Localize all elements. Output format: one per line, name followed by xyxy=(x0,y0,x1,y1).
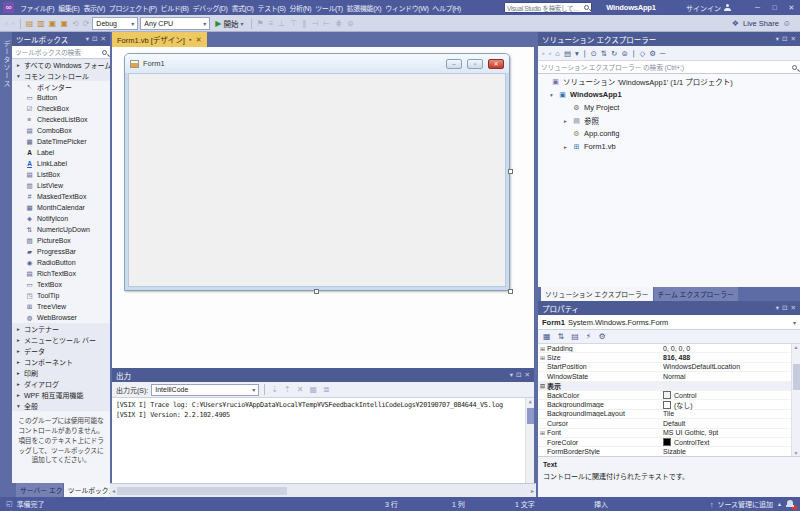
toolbox-row[interactable]: A LinkLabel xyxy=(12,158,110,169)
toolbox-row[interactable]: ▾ コモン コントロール xyxy=(12,70,110,81)
live-share-button[interactable]: ❖ Live Share ☺ xyxy=(731,19,796,28)
nav-back-icon[interactable]: ◦ xyxy=(11,19,16,28)
forms-designer-surface[interactable]: Form1 – ▫ ✕ xyxy=(112,47,534,368)
toolbox-row[interactable]: ▥ ListView xyxy=(12,180,110,191)
expander-icon[interactable]: ⊞ xyxy=(538,429,547,436)
toolbox-row[interactable]: ▸ ダイアログ xyxy=(12,378,110,389)
solution-search-input[interactable]: ソリューション エクスプローラー の検索 (Ctrl+;) xyxy=(538,61,800,74)
toolbox-row[interactable]: A Label xyxy=(12,147,110,158)
expander-icon[interactable]: ⊟ xyxy=(538,382,547,389)
solution-toolbar-icon[interactable]: ∣ xyxy=(583,49,587,58)
feedback-icon[interactable]: ☺ xyxy=(782,19,792,28)
property-row[interactable]: Cursor Default xyxy=(538,419,800,428)
solution-toolbar-icon[interactable]: ─ xyxy=(660,49,665,58)
form-title-bar[interactable]: Form1 – ▫ ✕ xyxy=(125,54,509,73)
menu-item[interactable]: テスト(S) xyxy=(256,3,288,13)
output-toolbar-icon[interactable]: ≣ xyxy=(322,385,331,394)
property-value[interactable]: Default xyxy=(663,420,800,427)
file-toolbar-icon[interactable]: ▤ xyxy=(25,19,35,28)
scrollbar-thumb[interactable] xyxy=(793,364,800,390)
solution-toolbar-icon[interactable]: ▤ xyxy=(564,49,571,58)
properties-header[interactable]: プロパティ ▾⊡✕ xyxy=(538,301,800,315)
toolbox-row[interactable]: ▸ コンポーネント xyxy=(12,356,110,367)
toolbox-row[interactable]: ◈ NotifyIcon xyxy=(12,213,110,224)
undo-redo-icon[interactable]: ⟲ xyxy=(71,19,80,28)
solution-toolbar-icon[interactable]: ▾ xyxy=(575,49,579,58)
properties-toolbar-icon[interactable]: ▦ xyxy=(542,332,552,341)
toolbox-row[interactable]: ▭ TextBox xyxy=(12,279,110,290)
solution-toolbar-icon[interactable]: ⚙ xyxy=(649,49,656,58)
solution-toolbar-icon[interactable]: ⊙ xyxy=(590,49,596,58)
property-row[interactable]: ⊟ 表示 xyxy=(538,382,800,391)
toolbox-row[interactable]: ▸ すべての Windows フォーム xyxy=(12,59,110,70)
expander-icon[interactable]: ▸ xyxy=(562,144,569,150)
data-sources-vertical-tab[interactable]: データソース xyxy=(1,40,11,497)
solution-explorer-header[interactable]: ソリューション エクスプローラー ▾⊡✕ xyxy=(538,32,800,46)
toolbox-row[interactable]: ⇅ NumericUpDown xyxy=(12,224,110,235)
solution-tree-row[interactable]: ▸ ⊞ Form1.vb xyxy=(538,140,800,153)
menu-item[interactable]: デバッグ(D) xyxy=(191,3,230,13)
menu-item[interactable]: ビルド(B) xyxy=(159,3,191,13)
menu-item[interactable]: 分析(N) xyxy=(287,3,313,13)
properties-toolbar-icon[interactable]: ▤ xyxy=(570,332,580,341)
property-value[interactable]: Control xyxy=(663,391,800,399)
toolbox-row[interactable]: ◉ RadioButton xyxy=(12,257,110,268)
toolbox-row[interactable]: ▾ 全般 xyxy=(12,400,110,411)
window-position-icon[interactable]: ▾ xyxy=(510,371,513,379)
output-scrollbar[interactable]: ▲ xyxy=(525,398,534,483)
toolbox-row[interactable]: ⊞ TreeView xyxy=(12,301,110,312)
pin-icon[interactable]: ⊡ xyxy=(516,371,521,379)
toolbox-row[interactable]: # MaskedTextBox xyxy=(12,191,110,202)
platform-dropdown[interactable]: Any CPU ▾ xyxy=(140,17,210,30)
layout-toolbar-icon[interactable]: ⊜ xyxy=(346,19,355,28)
start-debugging-button[interactable]: ▶ 開始 ▾ xyxy=(212,18,246,29)
toolbox-row[interactable]: ▦ MonthCalendar xyxy=(12,202,110,213)
properties-toolbar-icon[interactable]: ⚡ xyxy=(585,332,593,341)
layout-toolbar-icon[interactable]: ⊣ xyxy=(310,19,319,28)
scrollbar-thumb[interactable] xyxy=(527,408,534,424)
menu-item[interactable]: 書式(O) xyxy=(229,3,255,13)
solution-tree-row[interactable]: ▾ ▣ WindowsApp1 xyxy=(538,88,800,101)
solution-tree-row[interactable]: ▸ ▤ 参照 xyxy=(538,114,800,127)
output-source-dropdown[interactable]: IntelliCode ▾ xyxy=(151,384,259,396)
solution-toolbar-icon[interactable]: ↻ xyxy=(611,49,617,58)
output-toolbar-icon[interactable]: ⇡ xyxy=(283,385,292,394)
output-toolbar-icon[interactable]: ✕ xyxy=(296,385,305,394)
file-toolbar-icon[interactable]: ▥ xyxy=(36,19,46,28)
menu-item[interactable]: ヘルプ(H) xyxy=(430,3,462,13)
close-icon[interactable]: ✕ xyxy=(791,35,796,43)
solution-toolbar-icon[interactable]: ∣ xyxy=(632,49,636,58)
property-value[interactable]: MS UI Gothic, 9pt xyxy=(663,429,800,436)
toolbox-header[interactable]: ツールボックス ▾⊡✕ xyxy=(12,32,110,46)
toolbox-row[interactable]: ▰ ProgressBar xyxy=(12,246,110,257)
minimize-button[interactable]: ─ xyxy=(749,0,766,15)
layout-toolbar-icon[interactable]: ⊢ xyxy=(322,19,331,28)
property-row[interactable]: ⊞ Padding 0, 0, 0, 0 xyxy=(538,344,800,353)
window-position-icon[interactable]: ▾ xyxy=(776,35,779,43)
toolbox-row[interactable]: ▨ PictureBox xyxy=(12,235,110,246)
toolbox-search-input[interactable]: ツールボックスの検索 xyxy=(12,46,110,59)
solution-toolbar-icon[interactable]: ◦ xyxy=(549,49,552,58)
expander-icon[interactable]: ⊞ xyxy=(538,345,547,352)
resize-handle-bottom[interactable] xyxy=(314,289,319,294)
scroll-up-icon[interactable]: ▲ xyxy=(794,344,799,350)
window-position-icon[interactable]: ▾ xyxy=(776,304,779,312)
property-value[interactable]: WindowsDefaultLocation xyxy=(663,363,800,370)
toolbox-row[interactable]: ▸ データ xyxy=(12,345,110,356)
property-row[interactable]: BackgroundImageLayout Tile xyxy=(538,410,800,419)
dock-tab[interactable]: サーバー エク... xyxy=(16,483,63,497)
add-to-source-control-button[interactable]: ソース管理に追加 xyxy=(717,499,773,509)
output-toolbar-icon[interactable]: ⇣ xyxy=(270,385,279,394)
toolbox-row[interactable]: ≡ CheckedListBox xyxy=(12,114,110,125)
expander-icon[interactable]: ▸ xyxy=(562,118,569,124)
layout-toolbar-icon[interactable]: ⊤ xyxy=(289,19,298,28)
solution-toolbar-icon[interactable]: ⇅ xyxy=(601,49,607,58)
close-tab-icon[interactable]: ✕ xyxy=(196,36,202,44)
property-value[interactable]: Tile xyxy=(663,410,800,417)
solution-toolbar-icon[interactable]: ⊜ xyxy=(621,49,627,58)
file-toolbar-icon[interactable]: ▣ xyxy=(59,19,69,28)
property-row[interactable]: ⊞ Font MS UI Gothic, 9pt xyxy=(538,429,800,438)
sign-in-button[interactable]: サインイン xyxy=(686,0,731,15)
toolbox-row[interactable]: ▤ ComboBox xyxy=(12,125,110,136)
menu-item[interactable]: 拡張機能(X) xyxy=(345,3,384,13)
